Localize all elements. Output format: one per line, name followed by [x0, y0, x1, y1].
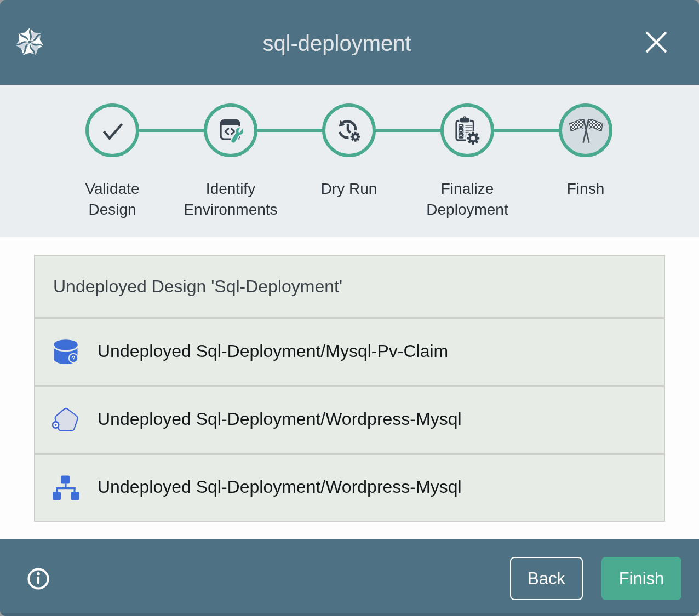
svg-text:?: ? — [72, 355, 76, 361]
